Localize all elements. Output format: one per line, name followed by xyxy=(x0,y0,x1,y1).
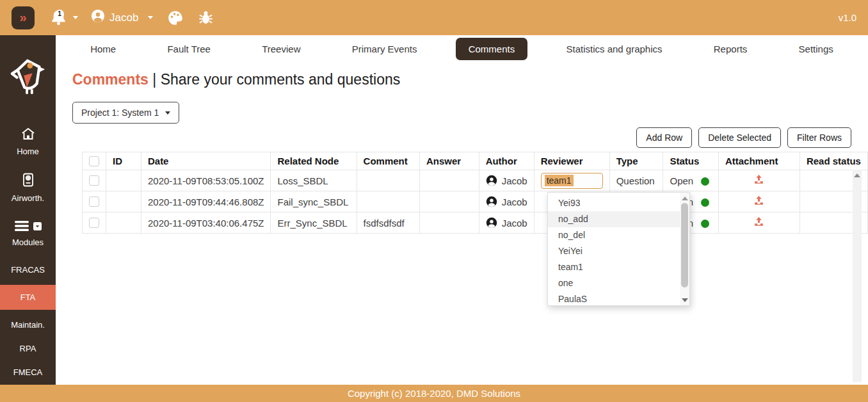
author-avatar-icon xyxy=(486,217,497,229)
filter-rows-button[interactable]: Filter Rows xyxy=(787,127,851,148)
upload-attachment-button[interactable] xyxy=(753,198,765,209)
cell-author: Jacob xyxy=(479,213,534,234)
notification-count-badge: 1 xyxy=(55,10,64,19)
dropdown-option[interactable]: team1 xyxy=(548,259,680,275)
passport-globe-icon xyxy=(20,172,36,190)
col-header-answer: Answer xyxy=(420,152,479,170)
cell-answer[interactable] xyxy=(420,213,479,234)
cell-comment[interactable]: fsdfsdfsdf xyxy=(357,213,419,234)
title-divider: | xyxy=(152,71,156,88)
bug-report-button[interactable] xyxy=(198,10,214,26)
delete-selected-button[interactable]: Delete Selected xyxy=(698,127,781,148)
tab-fault-tree[interactable]: Fault Tree xyxy=(154,38,223,60)
page-subtitle: Share your comments and questions xyxy=(161,71,401,88)
dropdown-option[interactable]: PaulaS xyxy=(548,291,680,305)
modules-dropdown-icon[interactable] xyxy=(33,222,42,232)
sidebar: Home Airworth. Modules FRACAS FTA Mainta… xyxy=(0,35,56,385)
tab-reports[interactable]: Reports xyxy=(701,38,760,60)
dropdown-option[interactable]: one xyxy=(548,275,680,291)
cell-date: 2020-11-09T03:40:06.475Z xyxy=(141,213,271,234)
add-row-button[interactable]: Add Row xyxy=(636,127,692,148)
dropdown-option[interactable]: Yei93 xyxy=(548,195,680,211)
notifications-button[interactable]: 1 xyxy=(50,8,68,28)
upload-attachment-button[interactable] xyxy=(753,177,765,188)
copyright-text: Copyright (c) 2018-2020, DMD Solutions xyxy=(348,388,520,399)
row-checkbox[interactable] xyxy=(89,218,99,228)
cell-answer[interactable] xyxy=(420,170,479,191)
scrollbar-thumb[interactable] xyxy=(681,203,688,287)
author-name: Jacob xyxy=(502,197,527,207)
table-row: 2020-11-09T09:44:46.808Z Fail_sync_SBDL … xyxy=(83,191,868,213)
sidebar-label-modules: Modules xyxy=(12,237,44,247)
hamburger-menu-icon xyxy=(14,220,29,234)
sidebar-item-fta-active[interactable]: FTA xyxy=(0,285,56,310)
reviewer-dropdown: Yei93 no_add no_del YeiYei team1 one Pau… xyxy=(547,192,690,306)
sidebar-label-fta: FTA xyxy=(20,293,36,302)
sidebar-item-rpa[interactable]: RPA xyxy=(0,344,56,353)
project-chevron-down-icon xyxy=(165,111,170,115)
tab-statistics[interactable]: Statistics and graphics xyxy=(553,38,675,60)
reviewer-options-list: Yei93 no_add no_del YeiYei team1 one Pau… xyxy=(548,193,680,305)
tab-primary-events[interactable]: Primary Events xyxy=(339,38,430,60)
dropdown-option-highlighted[interactable]: no_add xyxy=(548,211,680,227)
cell-type[interactable]: Question xyxy=(609,170,663,191)
cell-related-node: Fail_sync_SBDL xyxy=(271,191,357,213)
cell-attachment xyxy=(718,170,800,191)
sidebar-collapse-button[interactable]: » xyxy=(12,6,35,29)
scroll-up-icon[interactable] xyxy=(682,197,688,200)
tab-bar: Home Fault Tree Treeview Primary Events … xyxy=(56,35,868,62)
sidebar-item-fmeca[interactable]: FMECA xyxy=(0,367,56,377)
cell-status[interactable]: Open xyxy=(663,170,718,191)
theme-palette-button[interactable] xyxy=(167,10,184,26)
row-checkbox[interactable] xyxy=(89,175,99,186)
sidebar-item-modules[interactable]: Modules xyxy=(0,220,56,247)
dropdown-option[interactable]: YeiYei xyxy=(548,243,680,259)
dropdown-option[interactable]: no_del xyxy=(548,227,680,243)
dropdown-scrollbar[interactable] xyxy=(680,193,689,305)
app-logo[interactable] xyxy=(9,56,47,99)
project-select-button[interactable]: Project 1: System 1 xyxy=(72,102,179,124)
user-chevron-down-icon xyxy=(148,16,153,19)
cell-id xyxy=(106,213,141,234)
footer: Copyright (c) 2018-2020, DMD Solutions xyxy=(0,385,868,402)
tab-comments[interactable]: Comments xyxy=(456,38,528,60)
topbar: » 1 Jacob v1.0 xyxy=(0,0,868,35)
row-checkbox[interactable] xyxy=(89,197,99,207)
comments-table: ID Date Related Node Comment Answer Auth… xyxy=(82,152,868,234)
scroll-up-icon[interactable] xyxy=(854,173,860,177)
reviewer-selected-text: team1 xyxy=(545,175,574,186)
scroll-down-icon[interactable] xyxy=(682,298,688,302)
project-select-label: Project 1: System 1 xyxy=(81,108,159,118)
notifications-chevron-down-icon[interactable] xyxy=(73,16,78,19)
tab-treeview[interactable]: Treeview xyxy=(249,38,313,60)
col-header-related-node: Related Node xyxy=(271,152,357,170)
sidebar-item-home[interactable]: Home xyxy=(0,126,56,156)
cell-author: Jacob xyxy=(479,170,534,191)
cell-answer[interactable] xyxy=(420,191,479,213)
upload-attachment-button[interactable] xyxy=(753,219,765,230)
col-header-id: ID xyxy=(106,152,141,170)
sidebar-label-maintain: Maintain. xyxy=(11,320,45,330)
user-menu[interactable]: Jacob xyxy=(91,9,153,26)
reviewer-input[interactable]: team1 xyxy=(541,173,603,189)
author-name: Jacob xyxy=(502,218,527,229)
table-toolbar: Add Row Delete Selected Filter Rows xyxy=(636,127,851,148)
upload-icon xyxy=(753,195,765,207)
sidebar-label-home: Home xyxy=(17,147,39,156)
table-scrollbar[interactable] xyxy=(853,170,862,382)
cell-reviewer: team1 xyxy=(534,170,609,191)
sidebar-item-airworthiness[interactable]: Airworth. xyxy=(0,172,56,203)
tab-settings[interactable]: Settings xyxy=(786,38,846,60)
comments-table-wrap: ID Date Related Node Comment Answer Auth… xyxy=(82,152,868,234)
sidebar-label-fmeca: FMECA xyxy=(13,367,43,377)
cell-comment[interactable] xyxy=(357,170,419,191)
cell-comment[interactable] xyxy=(357,191,419,213)
sidebar-item-maintain[interactable]: Maintain. xyxy=(0,320,56,330)
col-header-date: Date xyxy=(141,152,271,170)
sidebar-item-fracas[interactable]: FRACAS xyxy=(0,265,56,275)
bell-icon xyxy=(50,18,67,29)
page-title-row: Comments | Share your comments and quest… xyxy=(72,71,868,88)
sidebar-label-fracas: FRACAS xyxy=(11,265,45,275)
tab-home[interactable]: Home xyxy=(77,38,129,60)
select-all-checkbox[interactable] xyxy=(89,156,99,166)
